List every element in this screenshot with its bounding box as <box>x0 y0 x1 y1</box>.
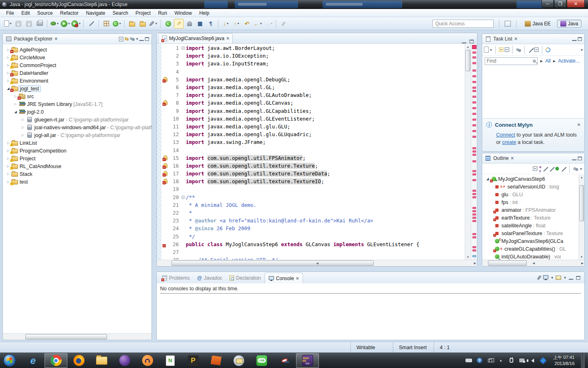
code-line-13[interactable]: 13import javax.swing.JFrame; <box>157 138 465 146</box>
menu-edit[interactable]: Edit <box>18 9 33 17</box>
editor-minimize-icon[interactable] <box>462 42 466 43</box>
code-line-24[interactable]: 24 * @since 26 Feb 2009 <box>157 224 465 232</box>
new-wizard-dropdown-icon[interactable]: ▾ <box>10 22 11 25</box>
error-mark[interactable] <box>472 52 476 54</box>
code-line-21[interactable]: 21 * A minimal JOGL demo. <box>157 201 465 209</box>
tree-item-programcompetition[interactable]: ▷!ProgramCompetition <box>3 147 151 155</box>
tree-item-jogl-all-jar[interactable]: ▷jogl-all.jar - C:\jogamp-all-platforms\… <box>3 131 151 139</box>
error-mark[interactable] <box>472 179 476 181</box>
outline-item-createglcapabilities-[interactable]: ×ScreateGLCapabilities() : GL <box>482 245 584 253</box>
tree-item-jogl-2-0[interactable]: ◢jogl-2.0 <box>3 108 151 116</box>
editor-maximize-icon[interactable] <box>470 40 474 43</box>
code-text[interactable]: import java.io.IOException; <box>186 53 465 59</box>
code-line-4[interactable]: 4 <box>157 68 465 76</box>
pin-console-icon[interactable] <box>537 275 542 280</box>
expand-arrow-icon[interactable]: ▷ <box>20 118 26 121</box>
code-line-17[interactable]: 17import com.sun.opengl.util.texture.Tex… <box>157 170 465 177</box>
hide-non-public-members-icon[interactable] <box>555 167 559 171</box>
tab-declaration[interactable]: Declaration <box>226 273 265 283</box>
back-button[interactable]: ←▾ <box>253 19 263 29</box>
quick-access-input[interactable] <box>432 20 494 28</box>
tree-item-src[interactable]: ▷×src <box>3 92 151 100</box>
tab-problems[interactable]: Problems <box>158 273 194 283</box>
taskbar-icon-internet-explorer[interactable]: e <box>22 353 45 368</box>
error-mark[interactable] <box>472 113 476 115</box>
error-mark[interactable] <box>472 213 476 215</box>
create-link[interactable]: create <box>502 139 517 145</box>
code-line-3[interactable]: 3import java.io.InputStream; <box>157 60 465 67</box>
error-mark[interactable] <box>472 87 476 89</box>
view-menu-icon[interactable]: ▾ <box>136 37 138 41</box>
code-area[interactable]: 1import java.awt.BorderLayout;2import ja… <box>157 44 465 260</box>
new-java-project-button[interactable] <box>101 19 111 29</box>
outline-item-earthtexture[interactable]: ×earthTexture : Texture <box>482 214 584 222</box>
tree-item-datehandler[interactable]: ▷×DateHandler <box>3 69 151 77</box>
next-annotation-button[interactable]: C <box>163 19 173 29</box>
activate-link[interactable]: Activate... <box>558 58 580 64</box>
tree-item-linklist[interactable]: ▷!LinkList <box>3 139 151 147</box>
taskbar-icon-chrome[interactable] <box>45 353 67 368</box>
tree-item-gluegen-rt-jar[interactable]: ▷gluegen-rt.jar - C:\jogamp-all-platform… <box>3 116 151 123</box>
focus-on-workweek-icon[interactable] <box>516 48 521 52</box>
search-dropdown-icon[interactable]: ▾ <box>155 22 157 25</box>
code-line-14[interactable]: 14 <box>157 146 465 154</box>
error-mark[interactable] <box>472 124 476 126</box>
code-line-1[interactable]: 1import java.awt.BorderLayout; <box>157 44 465 52</box>
back-dropdown-icon[interactable]: ▾ <box>260 22 262 25</box>
tab-javadoc[interactable]: @Javadoc <box>194 273 226 283</box>
error-mark[interactable] <box>472 170 476 172</box>
menu-navigate[interactable]: Navigate <box>82 9 109 17</box>
code-text[interactable]: import javax.media.opengl.glu.GLUquadric… <box>186 131 465 137</box>
code-line-27[interactable]: 27 <box>157 248 465 256</box>
error-mark[interactable] <box>472 130 476 132</box>
expand-arrow-icon[interactable]: ▷ <box>20 126 26 129</box>
tl-view-menu-icon[interactable]: ▾ <box>581 48 583 52</box>
code-line-11[interactable]: 11import javax.media.opengl.glu.GLU; <box>157 123 465 130</box>
tree-item-rl-catandmouse[interactable]: ▷!RL_CatAndMouse <box>3 162 151 170</box>
code-text[interactable]: * @since 26 Feb 2009 <box>186 225 465 231</box>
code-text[interactable]: import javax.media.opengl.GLAutoDrawable… <box>186 92 465 98</box>
search-button[interactable]: ▾ <box>148 19 158 29</box>
open-element-button[interactable] <box>127 19 137 29</box>
outline-item-animator[interactable]: ×animator : FPSAnimator <box>482 206 584 214</box>
code-line-23[interactable]: 23 * @author <a href="mailto:kain@land-o… <box>157 217 465 224</box>
close-button[interactable]: ✕ <box>567 0 585 8</box>
error-mark[interactable] <box>472 220 476 222</box>
ol-collapse-all-icon[interactable] <box>533 166 537 171</box>
error-quickfix-icon[interactable] <box>163 100 167 105</box>
tree-item-joal-natives-windows-amd64-jar[interactable]: ▷joal-natives-windows-amd64.jar - C:\jog… <box>3 123 151 131</box>
code-text[interactable]: import javax.media.opengl.GLCapabilities… <box>186 108 465 114</box>
run-external-tools-button[interactable]: ▶▾ <box>71 19 81 29</box>
code-line-22[interactable]: 22 * <box>157 209 465 217</box>
run-button[interactable]: ▶▾ <box>60 19 70 29</box>
error-quickfix-icon[interactable] <box>163 163 167 168</box>
menu-project[interactable]: Project <box>132 9 154 17</box>
last-edit-location-button[interactable]: ↓▾ <box>221 19 231 29</box>
tab-console[interactable]: Console× <box>265 273 303 283</box>
restore-button[interactable]: ❐ <box>554 0 566 8</box>
link-with-editor-icon[interactable]: ⇆ <box>125 36 129 42</box>
show-hidden-icons[interactable]: ▲ <box>497 359 504 362</box>
tree-item-jre-system-library[interactable]: ▷JRE System Library [JavaSE-1.7] <box>3 100 151 108</box>
taskbar-icon-eclipse[interactable] <box>113 353 136 368</box>
ol-focus-icon[interactable] <box>573 167 578 171</box>
outline-item-myjoglcanvasstep6-glca[interactable]: CMyJoglCanvasStep6(GLCa <box>482 237 584 245</box>
outline-maximize-icon[interactable] <box>578 157 582 160</box>
print-button[interactable] <box>35 19 45 29</box>
display-selected-console-icon[interactable] <box>543 275 548 279</box>
code-text[interactable]: * @author <a href="mailto:kain@land-of-k… <box>186 218 465 224</box>
outline-close-icon[interactable]: × <box>511 155 514 161</box>
run-dropdown-icon[interactable]: ▾ <box>68 22 70 25</box>
minimize-button[interactable]: ─ <box>541 0 554 8</box>
new-task-icon[interactable] <box>484 47 489 53</box>
taskbar-icon-aimp[interactable] <box>136 353 159 368</box>
menu-source[interactable]: Source <box>33 9 56 17</box>
error-mark[interactable] <box>472 70 476 72</box>
start-button[interactable] <box>3 354 16 367</box>
hide-local-types-icon[interactable] <box>561 166 566 171</box>
error-mark[interactable] <box>472 90 476 92</box>
error-mark[interactable] <box>472 196 476 198</box>
outline-item-solarpaneltexture[interactable]: ×solarPanelTexture : Texture <box>482 229 584 237</box>
task-list-minimize-icon[interactable] <box>572 40 577 41</box>
code-line-28[interactable]: 28 /** Serial version UID. */ <box>157 256 465 260</box>
